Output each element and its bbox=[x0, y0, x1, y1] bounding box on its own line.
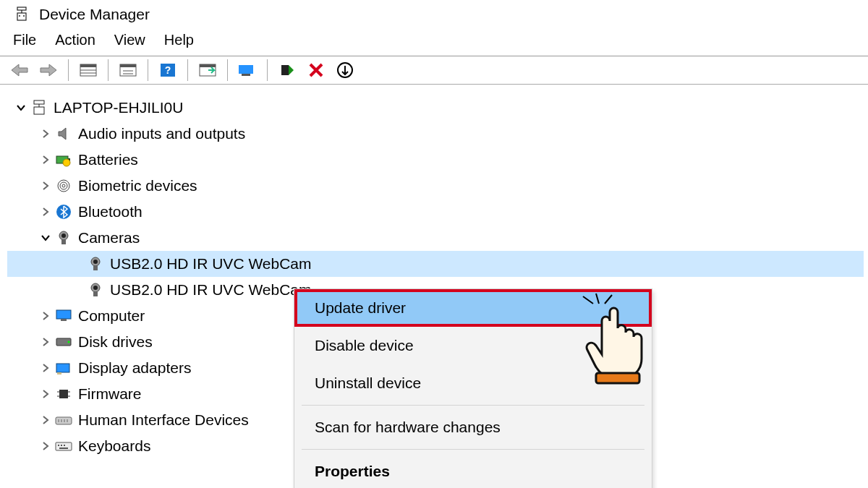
svg-rect-59 bbox=[64, 445, 65, 446]
menubar: File Action View Help bbox=[0, 27, 868, 56]
tree-node-audio[interactable]: Audio inputs and outputs bbox=[7, 121, 864, 147]
chevron-right-icon[interactable] bbox=[38, 181, 54, 191]
ctx-item-label: Properties bbox=[315, 463, 390, 479]
svg-point-3 bbox=[19, 15, 20, 17]
fingerprint-icon bbox=[54, 176, 74, 196]
menu-help[interactable]: Help bbox=[164, 32, 194, 48]
chevron-right-icon[interactable] bbox=[38, 415, 54, 425]
chevron-right-icon[interactable] bbox=[38, 337, 54, 347]
tree-node-bluetooth[interactable]: Bluetooth bbox=[7, 199, 864, 225]
tree-node-label: Human Interface Devices bbox=[78, 411, 249, 429]
svg-rect-58 bbox=[61, 445, 62, 446]
hid-icon bbox=[54, 410, 74, 430]
svg-point-4 bbox=[23, 15, 25, 17]
tree-node-label: Biometric devices bbox=[78, 177, 197, 194]
computer-icon bbox=[29, 98, 49, 118]
toolbar: ? bbox=[0, 56, 868, 85]
svg-rect-16 bbox=[200, 64, 216, 67]
chip-icon bbox=[54, 384, 74, 404]
ctx-item-label: Scan for hardware changes bbox=[315, 419, 501, 435]
tree-node-label: Audio inputs and outputs bbox=[78, 125, 245, 142]
chevron-right-icon[interactable] bbox=[38, 207, 54, 217]
svg-rect-56 bbox=[56, 442, 72, 450]
display-adapter-icon bbox=[54, 358, 74, 378]
svg-rect-57 bbox=[58, 445, 59, 446]
svg-rect-44 bbox=[56, 364, 69, 372]
add-legacy-hardware-button[interactable] bbox=[333, 59, 357, 81]
menu-file[interactable]: File bbox=[13, 32, 36, 48]
ctx-properties[interactable]: Properties bbox=[294, 453, 652, 488]
scan-hardware-button[interactable] bbox=[195, 59, 220, 81]
svg-rect-36 bbox=[93, 266, 98, 270]
svg-point-35 bbox=[93, 260, 98, 264]
tree-node-label: Display adapters bbox=[78, 359, 191, 377]
tree-leaf-label: USB2.0 HD IR UVC WebCam bbox=[110, 255, 312, 273]
toolbar-sep bbox=[227, 59, 228, 81]
svg-rect-1 bbox=[17, 13, 26, 20]
chevron-right-icon[interactable] bbox=[38, 129, 54, 139]
tree-root-label: LAPTOP-EHJILI0U bbox=[54, 99, 183, 116]
svg-rect-17 bbox=[239, 65, 253, 74]
tree-node-label: Batteries bbox=[78, 151, 138, 168]
svg-rect-19 bbox=[281, 65, 289, 75]
back-button[interactable] bbox=[7, 59, 32, 81]
titlebar: Device Manager bbox=[0, 0, 868, 27]
svg-rect-39 bbox=[93, 292, 98, 296]
keyboard-icon bbox=[54, 436, 74, 456]
uninstall-device-button[interactable] bbox=[304, 59, 328, 81]
svg-rect-18 bbox=[242, 74, 250, 76]
chevron-right-icon[interactable] bbox=[38, 363, 54, 373]
tree-node-cameras[interactable]: Cameras bbox=[7, 225, 864, 251]
chevron-right-icon[interactable] bbox=[38, 389, 54, 399]
svg-point-43 bbox=[68, 341, 70, 343]
monitor-icon bbox=[54, 306, 74, 326]
ctx-disable-device[interactable]: Disable device bbox=[294, 327, 652, 364]
svg-rect-0 bbox=[17, 7, 26, 10]
show-hide-console-tree-button[interactable] bbox=[76, 59, 101, 81]
toolbar-sep bbox=[267, 59, 268, 81]
properties-button[interactable] bbox=[116, 59, 140, 81]
tree-node-biometric[interactable]: Biometric devices bbox=[7, 173, 864, 199]
tree-leaf-webcam-1[interactable]: USB2.0 HD IR UVC WebCam bbox=[7, 251, 864, 277]
svg-rect-46 bbox=[59, 390, 68, 398]
ctx-update-driver[interactable]: Update driver bbox=[294, 289, 652, 327]
tree-node-label: Disk drives bbox=[78, 333, 153, 351]
speaker-icon bbox=[54, 124, 74, 144]
svg-point-38 bbox=[93, 286, 98, 290]
camera-icon bbox=[54, 228, 74, 248]
menu-view[interactable]: View bbox=[114, 32, 145, 48]
tree-node-label: Cameras bbox=[78, 229, 140, 247]
svg-rect-41 bbox=[61, 319, 67, 321]
tree-node-label: Firmware bbox=[78, 385, 142, 403]
forward-button[interactable] bbox=[36, 59, 61, 81]
ctx-scan-hardware[interactable]: Scan for hardware changes bbox=[294, 408, 652, 446]
svg-rect-22 bbox=[34, 107, 44, 114]
context-menu: Update driver Disable device Uninstall d… bbox=[294, 288, 652, 488]
chevron-down-icon[interactable] bbox=[13, 103, 29, 113]
tree-node-batteries[interactable]: Batteries bbox=[7, 147, 864, 173]
menu-action[interactable]: Action bbox=[55, 32, 95, 48]
ctx-separator bbox=[302, 449, 644, 450]
ctx-uninstall-device[interactable]: Uninstall device bbox=[294, 364, 652, 402]
svg-rect-45 bbox=[57, 372, 61, 374]
ctx-separator bbox=[302, 405, 644, 406]
toolbar-sep bbox=[108, 59, 109, 81]
svg-point-27 bbox=[58, 180, 69, 192]
tree-leaf-label: USB2.0 HD IR UVC WebCam bbox=[110, 281, 312, 299]
chevron-right-icon[interactable] bbox=[38, 441, 54, 451]
disk-icon bbox=[54, 332, 74, 352]
update-driver-button[interactable] bbox=[235, 59, 260, 81]
tree-root[interactable]: LAPTOP-EHJILI0U bbox=[7, 95, 864, 121]
svg-text:?: ? bbox=[165, 64, 171, 76]
chevron-right-icon[interactable] bbox=[38, 311, 54, 321]
toolbar-sep bbox=[148, 59, 148, 81]
chevron-down-icon[interactable] bbox=[38, 233, 54, 243]
camera-icon bbox=[85, 254, 106, 274]
battery-icon bbox=[54, 150, 74, 170]
svg-point-26 bbox=[63, 159, 70, 166]
enable-device-button[interactable] bbox=[275, 59, 299, 81]
chevron-right-icon[interactable] bbox=[38, 155, 54, 165]
help-button[interactable]: ? bbox=[156, 59, 180, 81]
svg-point-29 bbox=[62, 184, 65, 187]
svg-point-32 bbox=[61, 234, 66, 238]
